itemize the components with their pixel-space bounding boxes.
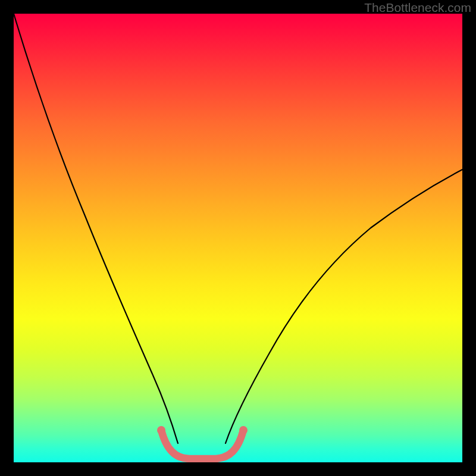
left-curve bbox=[14, 14, 178, 443]
chart-frame: TheBottleneck.com bbox=[0, 0, 476, 476]
svg-point-0 bbox=[157, 426, 165, 434]
valley-highlight bbox=[161, 430, 243, 459]
curve-layer bbox=[14, 14, 462, 462]
valley-end-dots bbox=[157, 426, 248, 434]
right-curve bbox=[226, 170, 462, 443]
svg-point-1 bbox=[239, 426, 248, 434]
plot-area bbox=[14, 14, 462, 462]
watermark-text: TheBottleneck.com bbox=[364, 1, 471, 15]
